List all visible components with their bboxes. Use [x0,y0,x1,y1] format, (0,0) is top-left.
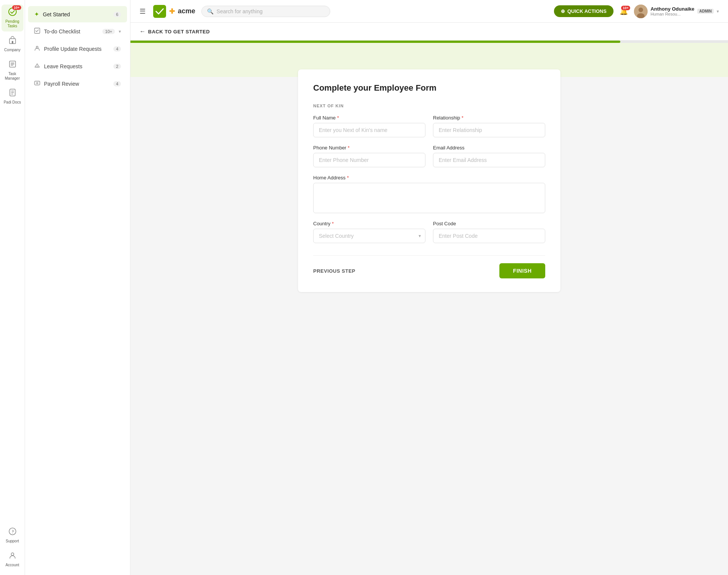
todo-chevron-icon: ▾ [119,29,121,34]
quick-actions-label: QUICK ACTIONS [567,8,607,14]
pending-tasks-label: PendingTasks [5,19,19,28]
sidebar-item-support[interactable]: Support [2,524,24,547]
notifications-button[interactable]: 🔔 10+ [620,7,628,16]
form-group-full-name: Full Name * [313,115,425,137]
company-label: Company [4,48,20,52]
form-group-relationship: Relationship * [433,115,545,137]
form-row-home-address: Home Address * [313,175,545,213]
user-name: Anthony Odunaike [651,6,695,12]
account-icon [8,551,17,561]
todo-badge: 10+ [102,29,115,34]
back-to-get-started-link[interactable]: ← BACK TO GET STARTED [140,28,210,35]
postcode-label: Post Code [433,221,545,226]
profile-badge: 4 [113,46,121,52]
get-started-icon: ✦ [34,11,39,18]
hamburger-icon[interactable]: ☰ [140,7,146,16]
back-bar: ← BACK TO GET STARTED [130,23,728,41]
nav-item-payroll-review[interactable]: Payroll Review 4 [28,75,127,92]
nav-item-profile-update[interactable]: Profile Update Requests 4 [28,41,127,57]
section-label-next-of-kin: NEXT OF KIN [313,104,545,108]
sidebar-item-padi-docs[interactable]: Padi Docs [2,85,24,108]
top-header: ☰ ✚ acme 🔍 ⊕ QUICK ACTIONS 🔔 10+ [130,0,728,23]
form-title: Complete your Employee Form [313,83,545,93]
svg-point-6 [12,533,13,534]
logo-text: acme [178,7,195,15]
profile-update-icon [34,45,40,53]
phone-required: * [348,145,350,151]
user-info[interactable]: Anthony Odunaike Human Resou... ADMIN ▾ [634,5,719,18]
full-name-input[interactable] [313,123,425,137]
user-chevron-icon: ▾ [717,9,719,14]
relationship-label: Relationship * [433,115,545,121]
sidebar-item-account[interactable]: Account [2,548,24,570]
back-link-label: BACK TO GET STARTED [148,29,210,35]
user-role: Human Resou... [651,12,695,16]
logo-icon [153,5,166,18]
form-group-email: Email Address [433,145,545,167]
nav-item-leave-label: Leave Requests [44,63,110,69]
country-select-wrapper: Select Country ▾ [313,229,425,243]
svg-point-9 [36,46,38,48]
relationship-required: * [461,115,463,121]
leave-badge: 2 [113,64,121,69]
main-area: ☰ ✚ acme 🔍 ⊕ QUICK ACTIONS 🔔 10+ [130,0,728,575]
country-select[interactable]: Select Country [313,229,425,243]
sidebar-item-task-manager[interactable]: TaskManager [2,57,24,84]
form-card: Complete your Employee Form NEXT OF KIN … [298,69,560,292]
sidebar-item-pending-tasks[interactable]: 10+ PendingTasks [2,5,24,31]
form-group-phone: Phone Number * [313,145,425,167]
postcode-input[interactable] [433,229,545,243]
payroll-badge: 4 [113,81,121,86]
form-group-country: Country * Select Country ▾ [313,221,425,243]
country-label: Country * [313,221,425,226]
svg-rect-8 [35,28,40,33]
home-address-input[interactable] [313,183,545,213]
form-row-country-postcode: Country * Select Country ▾ Post Code [313,221,545,243]
task-manager-label: TaskManager [5,72,20,81]
account-label: Account [5,563,19,567]
home-address-required: * [347,175,349,181]
header-right: ⊕ QUICK ACTIONS 🔔 10+ Anthony Odunaike [554,5,719,18]
email-input[interactable] [433,153,545,167]
content-area: ← BACK TO GET STARTED Complete your Empl… [130,23,728,575]
nav-item-leave-requests[interactable]: Leave Requests 2 [28,58,127,75]
svg-point-7 [11,553,14,556]
nav-item-profile-label: Profile Update Requests [44,46,110,52]
get-started-badge: 6 [113,12,121,17]
form-container: Complete your Employee Form NEXT OF KIN … [289,69,570,307]
back-arrow-icon: ← [140,28,146,35]
form-row-phone-email: Phone Number * Email Address [313,145,545,167]
pending-tasks-badge: 10+ [12,5,21,10]
relationship-input[interactable] [433,123,545,137]
quick-actions-button[interactable]: ⊕ QUICK ACTIONS [554,5,613,17]
form-row-name-relationship: Full Name * Relationship * [313,115,545,137]
phone-label: Phone Number * [313,145,425,151]
svg-point-5 [9,528,16,535]
support-label: Support [6,539,19,544]
todo-icon [34,28,40,35]
nav-item-get-started-label: Get Started [43,11,110,17]
svg-point-13 [639,8,643,12]
previous-step-button[interactable]: PREVIOUS STEP [313,264,355,278]
avatar [634,5,648,18]
leave-requests-icon [34,63,40,70]
sidebar-item-company[interactable]: Company [2,33,24,55]
phone-input[interactable] [313,153,425,167]
search-icon: 🔍 [207,8,213,14]
notifications-badge: 10+ [621,6,630,10]
required-asterisk: * [337,115,339,121]
svg-rect-2 [12,41,13,44]
finish-button[interactable]: FINISH [499,263,545,278]
company-icon [8,36,17,46]
search-bar[interactable]: 🔍 [201,6,330,17]
task-manager-icon [8,60,17,70]
search-input[interactable] [217,8,325,14]
nav-item-get-started[interactable]: ✦ Get Started 6 [28,6,127,22]
svg-rect-11 [153,5,166,18]
user-details: Anthony Odunaike Human Resou... [651,6,695,16]
home-address-label: Home Address * [313,175,545,181]
form-group-home-address: Home Address * [313,175,545,213]
email-label: Email Address [433,145,545,151]
nav-item-todo-checklist[interactable]: To-do Checklist 10+ ▾ [28,23,127,40]
logo: ✚ acme [153,5,195,18]
